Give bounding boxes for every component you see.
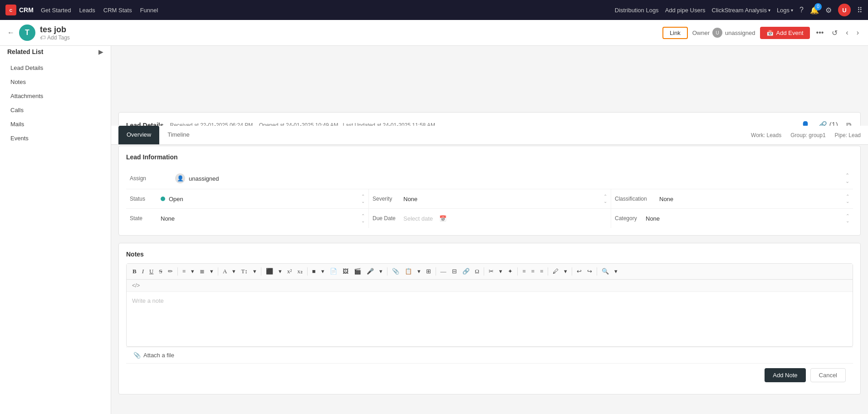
file-button[interactable]: 📄: [328, 266, 339, 276]
undo-button[interactable]: ↩: [574, 266, 584, 276]
highlight-chevron[interactable]: ▾: [562, 266, 569, 276]
refresh-button[interactable]: ↺: [830, 27, 839, 39]
tab-timeline[interactable]: Timeline: [159, 126, 198, 144]
sidebar-item-notes[interactable]: Notes: [0, 75, 111, 89]
clipboard-chevron[interactable]: ▾: [415, 266, 423, 276]
strikethrough-button[interactable]: S: [157, 266, 164, 276]
background-chevron[interactable]: ▾: [276, 266, 284, 276]
align-left-button[interactable]: ≡: [520, 266, 528, 276]
help-icon[interactable]: ?: [799, 6, 804, 14]
font-size-chevron[interactable]: ▾: [251, 266, 259, 276]
note-placeholder: Write a note: [132, 297, 164, 304]
block-button[interactable]: ■: [310, 266, 318, 276]
font-color-chevron[interactable]: ▾: [230, 266, 238, 276]
cancel-note-button[interactable]: Cancel: [810, 368, 846, 382]
nav-distribution-logs[interactable]: Distribution Logs: [615, 7, 659, 14]
tab-overview[interactable]: Overview: [118, 126, 159, 144]
settings-icon[interactable]: ⚙: [825, 6, 832, 15]
nav-funnel[interactable]: Funnel: [140, 7, 158, 14]
clipboard-button[interactable]: 📋: [402, 266, 414, 276]
more-options-button[interactable]: •••: [814, 27, 826, 39]
bold-button[interactable]: B: [130, 266, 139, 276]
redo-button[interactable]: ↪: [585, 266, 594, 276]
special-char-button[interactable]: Ω: [473, 266, 482, 276]
sidebar-item-calls[interactable]: Calls: [0, 103, 111, 117]
block-chevron[interactable]: ▾: [319, 266, 327, 276]
severity-field[interactable]: Severity None ⌃⌄: [368, 189, 611, 208]
brand-logo[interactable]: C CRM: [5, 5, 34, 15]
align-center-button[interactable]: ≡: [529, 266, 537, 276]
record-header-right: Link Owner U unassigned 📅 Add Event ••• …: [662, 27, 861, 39]
back-button[interactable]: ←: [7, 29, 15, 37]
attach-file-section[interactable]: 📎 Attach a file: [126, 347, 853, 363]
status-field[interactable]: Status Open ⌃⌄: [126, 189, 368, 208]
sidebar-item-events[interactable]: Events: [0, 131, 111, 145]
table-button[interactable]: ⊞: [424, 266, 433, 276]
font-color-button[interactable]: A: [221, 266, 229, 276]
note-actions: Add Note Cancel: [126, 363, 853, 387]
status-row: Status Open ⌃⌄ Severity None ⌃⌄ Classifi…: [126, 189, 853, 209]
sidebar-item-attachments[interactable]: Attachments: [0, 89, 111, 103]
highlight-button[interactable]: 🖊: [550, 266, 561, 276]
audio-button[interactable]: 🎤: [364, 266, 376, 276]
align-right-button[interactable]: ≡: [538, 266, 545, 276]
calendar-icon[interactable]: 📅: [439, 215, 446, 222]
nav-clickstream[interactable]: ClickStream Analysis ▾: [712, 7, 770, 14]
sidebar-item-mails[interactable]: Mails: [0, 117, 111, 131]
sidebar-collapse-button[interactable]: ▶: [98, 48, 103, 55]
table2-button[interactable]: ⊟: [450, 266, 459, 276]
search-chevron[interactable]: ▾: [612, 266, 620, 276]
prev-record-button[interactable]: ‹: [844, 27, 850, 39]
notification-icon[interactable]: 🔔 0: [810, 6, 819, 15]
code-tag-bar: </>: [127, 280, 853, 292]
italic-button[interactable]: I: [140, 266, 146, 276]
nav-leads[interactable]: Leads: [79, 7, 95, 14]
add-tags-button[interactable]: 🏷 Add Tags: [40, 34, 70, 41]
background-button[interactable]: ⬛: [264, 266, 275, 276]
add-note-button[interactable]: Add Note: [765, 368, 805, 382]
ordered-list-button[interactable]: ≣: [197, 266, 207, 276]
link-editor-button[interactable]: 🔗: [460, 266, 472, 276]
due-date-field[interactable]: Due Date Select date 📅: [368, 209, 611, 228]
ordered-list-chevron[interactable]: ▾: [208, 266, 216, 276]
search-replace-button[interactable]: 🔍: [599, 266, 611, 276]
paperclip-button[interactable]: 📎: [390, 266, 402, 276]
assign-value-wrapper[interactable]: 👤 unassigned ⌃⌄: [175, 172, 849, 184]
pen-button[interactable]: ✏: [166, 266, 175, 276]
category-field[interactable]: Category None ⌃⌄: [611, 209, 853, 228]
video-button[interactable]: 🎬: [352, 266, 363, 276]
font-size-button[interactable]: T↕: [239, 266, 250, 276]
superscript-button[interactable]: x²: [285, 266, 294, 276]
audio-chevron[interactable]: ▾: [377, 266, 385, 276]
subscript-button[interactable]: x₂: [295, 266, 305, 276]
state-chevron: ⌃⌄: [361, 213, 365, 223]
apps-icon[interactable]: ⠿: [857, 6, 863, 15]
star-button[interactable]: ✦: [505, 266, 515, 276]
group-info: Group: group1: [790, 132, 825, 138]
sidebar-item-lead-details[interactable]: Lead Details: [0, 61, 111, 75]
notes-body: Notes B I U S ✏ ≡ ▾ ≣ ▾: [119, 243, 860, 394]
cut-chevron[interactable]: ▾: [497, 266, 505, 276]
underline-button[interactable]: U: [147, 266, 156, 276]
due-date-placeholder: Select date: [403, 215, 433, 222]
next-record-button[interactable]: ›: [855, 27, 861, 39]
classification-label: Classification: [615, 196, 656, 202]
bullet-list-button[interactable]: ≡: [180, 266, 188, 276]
classification-field[interactable]: Classification None ⌃⌄: [611, 189, 853, 208]
nav-logs[interactable]: Logs ▾: [777, 7, 793, 14]
link-button[interactable]: Link: [662, 27, 688, 39]
cut-button[interactable]: ✂: [486, 266, 496, 276]
nav-crm-stats[interactable]: CRM Stats: [103, 7, 132, 14]
sidebar-title: Related List: [7, 48, 43, 55]
user-avatar[interactable]: U: [838, 4, 851, 16]
bullet-list-chevron[interactable]: ▾: [189, 266, 196, 276]
toolbar-separator-11: [597, 267, 597, 276]
nav-add-pipe-users[interactable]: Add pipe Users: [665, 7, 706, 14]
status-chevron: ⌃⌄: [361, 194, 365, 204]
note-text-area[interactable]: Write a note: [127, 292, 853, 346]
image-button[interactable]: 🖼: [340, 266, 351, 276]
nav-get-started[interactable]: Get Started: [41, 7, 71, 14]
hr-button[interactable]: —: [438, 266, 449, 276]
state-field[interactable]: State None ⌃⌄: [126, 209, 368, 228]
add-event-button[interactable]: 📅 Add Event: [760, 27, 810, 39]
